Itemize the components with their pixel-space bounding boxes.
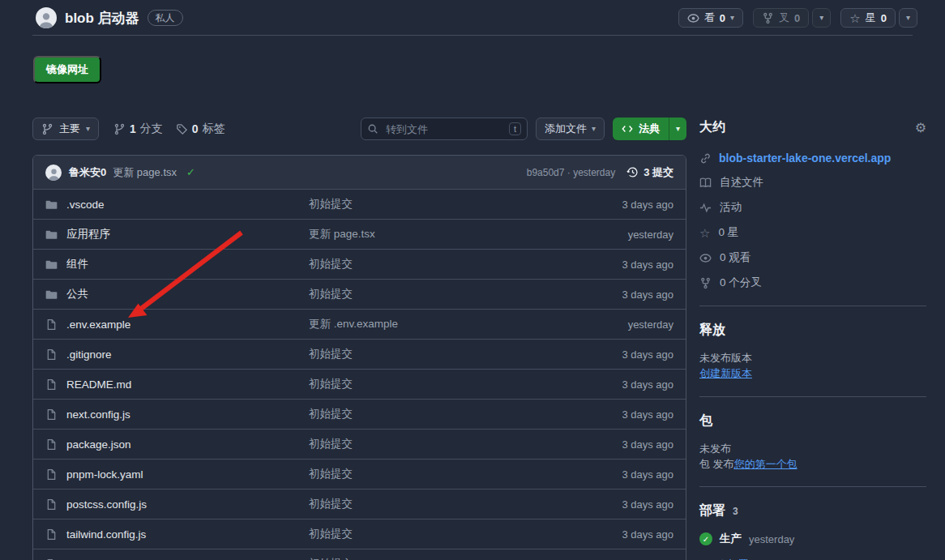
table-row[interactable]: .vscode 初始提交 3 days ago xyxy=(33,189,686,219)
file-name-link[interactable]: tailwind.config.js xyxy=(66,528,146,541)
repo-title[interactable]: blob 启动器 xyxy=(65,9,139,28)
file-name-link[interactable]: postcss.config.js xyxy=(66,498,147,511)
table-row[interactable]: .gitignore 初始提交 3 days ago xyxy=(33,339,686,369)
file-name-link[interactable]: 组件 xyxy=(66,257,88,271)
link-icon xyxy=(699,152,712,165)
table-row[interactable]: tailwind.config.js 初始提交 3 days ago xyxy=(33,519,686,549)
star-button[interactable]: ☆ 星 0 xyxy=(840,8,896,28)
person-icon xyxy=(47,167,61,181)
table-row[interactable]: tsconfig.json 初始提交 3 days ago xyxy=(33,549,686,560)
table-row[interactable]: postcss.config.js 初始提交 3 days ago xyxy=(33,489,686,519)
commit-status-check-icon[interactable]: ✓ xyxy=(186,166,195,178)
table-row[interactable]: pnpm-lock.yaml 初始提交 3 days ago xyxy=(33,459,686,489)
sidebar-item-activity[interactable]: 活动 xyxy=(699,200,926,215)
file-name-link[interactable]: 公共 xyxy=(66,287,88,301)
file-commit-message-link[interactable]: 初始提交 xyxy=(309,437,622,451)
file-name-link[interactable]: package.json xyxy=(66,438,131,451)
deploy-environment[interactable]: 生产 xyxy=(720,532,742,546)
tags-link[interactable]: 0标签 xyxy=(176,122,225,136)
file-icon xyxy=(45,348,58,361)
commit-author[interactable]: 鲁米安0 xyxy=(69,165,106,180)
file-commit-message-link[interactable]: 更新 page.tsx xyxy=(309,227,628,242)
file-commit-message-link[interactable]: 初始提交 xyxy=(309,467,622,481)
file-name-link[interactable]: 应用程序 xyxy=(66,227,110,242)
file-name-link[interactable]: .gitignore xyxy=(66,348,112,361)
deployments-title[interactable]: 部署 xyxy=(699,502,725,519)
file-commit-message-link[interactable]: 初始提交 xyxy=(309,527,622,541)
file-commit-message-link[interactable]: 初始提交 xyxy=(309,407,622,421)
file-commit-message-link[interactable]: 初始提交 xyxy=(309,557,622,560)
sidebar-item-forks[interactable]: 0 个分叉 xyxy=(699,276,926,290)
sidebar-item-stars[interactable]: ☆ 0 星 xyxy=(699,225,926,240)
star-count: 0 xyxy=(881,12,887,24)
sidebar-item-watching[interactable]: 0 观看 xyxy=(699,250,926,265)
sidebar-item-label: 0 星 xyxy=(718,225,738,240)
code-dropdown-button[interactable]: ▾ xyxy=(669,118,686,140)
file-commit-message-link[interactable]: 初始提交 xyxy=(309,257,622,271)
packages-prefix: 包 发布 xyxy=(699,458,734,470)
caret-down-icon: ▾ xyxy=(676,125,680,133)
sidebar-item-readme[interactable]: 自述文件 xyxy=(699,175,926,190)
caret-down-icon: ▾ xyxy=(730,14,734,22)
mirror-url-button[interactable]: 镜像网址 xyxy=(33,56,101,83)
file-icon xyxy=(45,498,58,511)
file-commit-message-link[interactable]: 初始提交 xyxy=(309,497,622,511)
file-name-link[interactable]: pnpm-lock.yaml xyxy=(66,468,143,481)
deployments-count: 3 xyxy=(733,506,738,517)
table-row[interactable]: README.md 初始提交 3 days ago xyxy=(33,369,686,399)
gear-icon[interactable]: ⚙ xyxy=(915,120,926,135)
table-row[interactable]: 应用程序 更新 page.tsx yesterday xyxy=(33,219,686,249)
caret-down-icon: ▾ xyxy=(86,125,90,133)
go-to-file-search[interactable]: t xyxy=(361,118,528,140)
star-icon: ☆ xyxy=(849,12,860,24)
commit-sha-time[interactable]: b9a50d7 · yesterday xyxy=(527,167,615,178)
file-commit-date: 3 days ago xyxy=(622,348,673,361)
releases-title[interactable]: 释放 xyxy=(699,322,725,339)
website-link[interactable]: blob-starter-lake-one.vercel.app xyxy=(719,152,891,165)
deploy-time: yesterday xyxy=(749,533,794,545)
file-name-link[interactable]: README.md xyxy=(66,378,131,391)
tag-icon xyxy=(176,123,188,135)
watch-button[interactable]: 看 0 ▾ xyxy=(678,8,743,28)
code-button[interactable]: 法典 ▾ xyxy=(613,118,686,140)
star-label: 星 xyxy=(866,11,876,25)
publish-package-link[interactable]: 您的第一个包 xyxy=(734,458,797,470)
star-dropdown-button[interactable]: ▾ xyxy=(899,8,917,28)
file-icon xyxy=(45,318,58,331)
packages-title[interactable]: 包 xyxy=(699,413,712,430)
file-name-link[interactable]: .vscode xyxy=(66,199,105,211)
file-commit-message-link[interactable]: 初始提交 xyxy=(309,377,622,391)
add-file-button[interactable]: 添加文件 ▾ xyxy=(536,118,605,140)
file-name-link[interactable]: next.config.js xyxy=(66,408,130,421)
sidebar-divider xyxy=(699,396,926,397)
file-icon xyxy=(45,528,58,541)
commit-history-link[interactable]: 3 提交 xyxy=(626,165,673,180)
table-row[interactable]: next.config.js 初始提交 3 days ago xyxy=(33,399,686,429)
about-title: 大约 xyxy=(699,119,725,136)
branches-link[interactable]: 1分支 xyxy=(113,122,163,136)
fork-button[interactable]: 叉 0 xyxy=(753,8,809,28)
owner-avatar[interactable] xyxy=(36,7,57,28)
file-commit-message-link[interactable]: 初始提交 xyxy=(309,287,622,301)
branch-select-button[interactable]: 主要 ▾ xyxy=(32,118,99,140)
file-commit-date: 3 days ago xyxy=(622,528,673,541)
pulse-icon xyxy=(699,202,712,214)
search-input[interactable] xyxy=(384,122,503,136)
table-row[interactable]: package.json 初始提交 3 days ago xyxy=(33,429,686,459)
packages-publish-line: 包 发布您的第一个包 xyxy=(699,457,926,471)
deployment-row[interactable]: ✓ 生产 yesterday xyxy=(699,532,926,546)
table-row[interactable]: 组件 初始提交 3 days ago xyxy=(33,249,686,279)
file-commit-message-link[interactable]: 初始提交 xyxy=(309,197,622,212)
file-name-link[interactable]: .env.example xyxy=(66,318,130,331)
create-release-link[interactable]: 创建新版本 xyxy=(699,367,752,379)
table-row[interactable]: .env.example 更新 .env.example yesterday xyxy=(33,309,686,339)
file-commit-message-link[interactable]: 更新 .env.example xyxy=(309,317,628,331)
commit-message[interactable]: 更新 page.tsx xyxy=(113,165,177,180)
file-commit-message-link[interactable]: 初始提交 xyxy=(309,347,622,361)
sidebar-item-label: 0 观看 xyxy=(720,250,750,265)
commit-author-avatar[interactable] xyxy=(45,165,62,181)
file-commit-date: yesterday xyxy=(628,318,673,331)
table-row[interactable]: 公共 初始提交 3 days ago xyxy=(33,279,686,309)
fork-dropdown-button[interactable]: ▾ xyxy=(812,8,831,28)
watch-count: 0 xyxy=(720,12,725,24)
